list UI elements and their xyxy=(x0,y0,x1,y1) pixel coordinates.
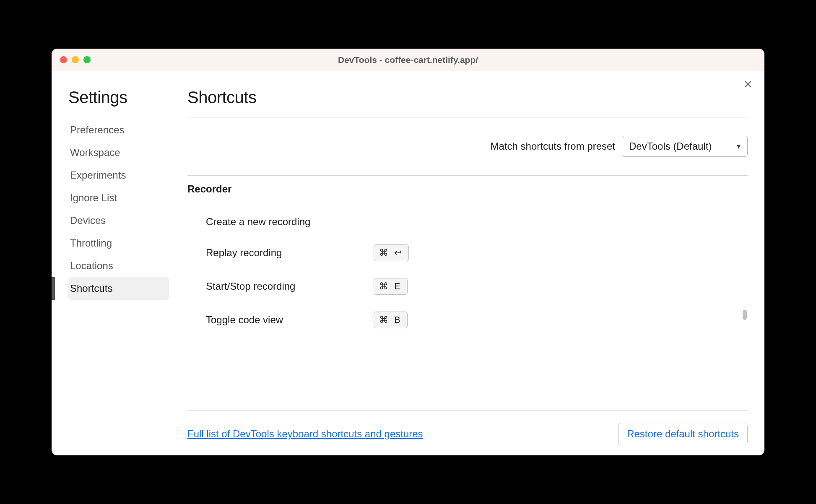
shortcut-label: Replay recording xyxy=(206,247,374,259)
sidebar-item-preferences[interactable]: Preferences xyxy=(68,119,169,141)
shortcut-label: Toggle code view xyxy=(206,314,374,326)
zoom-window-button[interactable] xyxy=(83,56,91,63)
sidebar-item-workspace[interactable]: Workspace xyxy=(68,141,169,164)
minimize-window-button[interactable] xyxy=(72,56,79,63)
window-title: DevTools - coffee-cart.netlify.app/ xyxy=(52,55,764,65)
sidebar-title: Settings xyxy=(68,88,169,107)
sidebar-item-shortcuts[interactable]: Shortcuts xyxy=(68,277,169,300)
preset-select-value: DevTools (Default) xyxy=(629,140,712,152)
shortcut-row-create-recording[interactable]: Create a new recording xyxy=(187,208,748,236)
window-titlebar: DevTools - coffee-cart.netlify.app/ xyxy=(52,49,764,71)
sidebar-item-experiments[interactable]: Experiments xyxy=(68,164,169,187)
restore-defaults-button[interactable]: Restore default shortcuts xyxy=(618,423,748,445)
shortcut-row-replay-recording[interactable]: Replay recording ⌘ ↩ xyxy=(187,236,748,270)
shortcut-label: Start/Stop recording xyxy=(206,281,374,292)
sidebar-item-devices[interactable]: Devices xyxy=(68,209,169,232)
key-badge: ⌘ E xyxy=(374,278,408,295)
preset-row: Match shortcuts from preset DevTools (De… xyxy=(187,117,748,175)
sidebar-item-throttling[interactable]: Throttling xyxy=(68,232,169,255)
shortcut-label: Create a new recording xyxy=(206,216,374,228)
shortcuts-content: Recorder Create a new recording Replay r… xyxy=(187,175,748,410)
key-badge: ⌘ B xyxy=(374,312,408,328)
settings-body: ✕ Settings Preferences Workspace Experim… xyxy=(52,71,764,455)
key-badge: ⌘ ↩ xyxy=(374,244,409,261)
full-shortcuts-link[interactable]: Full list of DevTools keyboard shortcuts… xyxy=(187,428,423,440)
settings-main: Shortcuts Match shortcuts from preset De… xyxy=(169,71,764,455)
page-title: Shortcuts xyxy=(187,88,748,117)
traffic-lights xyxy=(60,56,91,63)
scrollbar-thumb[interactable] xyxy=(743,310,747,320)
shortcut-row-start-stop-recording[interactable]: Start/Stop recording ⌘ E xyxy=(187,270,748,303)
settings-sidebar: Settings Preferences Workspace Experimen… xyxy=(52,71,169,455)
sidebar-item-locations[interactable]: Locations xyxy=(68,255,169,277)
close-window-button[interactable] xyxy=(60,56,67,63)
settings-footer: Full list of DevTools keyboard shortcuts… xyxy=(187,410,748,445)
sidebar-item-ignore-list[interactable]: Ignore List xyxy=(68,187,169,209)
devtools-settings-window: DevTools - coffee-cart.netlify.app/ ✕ Se… xyxy=(52,49,764,455)
shortcut-row-toggle-code-view[interactable]: Toggle code view ⌘ B xyxy=(187,303,748,337)
section-title-recorder: Recorder xyxy=(187,183,748,195)
preset-label: Match shortcuts from preset xyxy=(491,140,615,152)
preset-select[interactable]: DevTools (Default) xyxy=(622,136,748,157)
